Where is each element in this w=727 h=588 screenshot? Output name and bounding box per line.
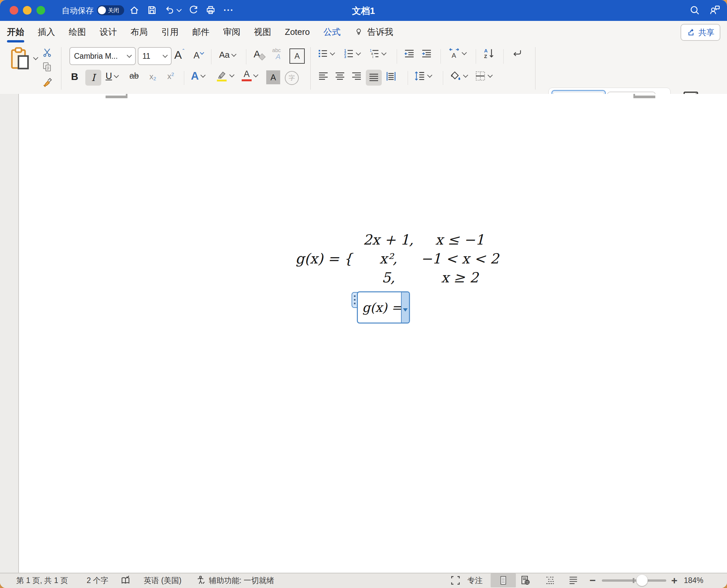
text-direction-chevron-icon[interactable] (462, 50, 467, 56)
spellcheck-status[interactable] (120, 573, 131, 587)
underline-chevron-icon[interactable] (113, 73, 119, 78)
superscript-button[interactable]: x2 (167, 72, 174, 81)
multilevel-list-chevron-icon[interactable] (381, 50, 387, 56)
italic-button[interactable]: I (85, 70, 101, 86)
font-color-button[interactable]: A (242, 70, 257, 81)
tab-zotero[interactable]: Zotero (285, 27, 310, 37)
bullet-list-button[interactable] (318, 48, 334, 59)
paragraph-return-button[interactable] (511, 48, 522, 59)
justify-button[interactable] (366, 70, 382, 86)
tab-insert[interactable]: 插入 (38, 26, 55, 38)
tab-equation[interactable]: 公式 (323, 26, 340, 38)
tab-layout[interactable]: 布局 (130, 26, 148, 38)
zoom-slider[interactable] (602, 573, 666, 587)
zoom-in-button[interactable]: + (671, 573, 678, 587)
autosave-state: 关闭 (108, 7, 119, 14)
copy-button[interactable] (42, 62, 53, 72)
tab-references[interactable]: 引用 (161, 26, 179, 38)
borders-button[interactable] (475, 70, 492, 82)
shrink-font-button[interactable]: A (193, 50, 204, 61)
view-draft-button[interactable] (568, 573, 578, 587)
decrease-indent-button[interactable] (404, 48, 415, 59)
more-commands-icon[interactable] (223, 5, 234, 16)
borders-chevron-icon[interactable] (487, 73, 493, 78)
tab-design[interactable]: 设计 (100, 26, 117, 38)
increase-indent-button[interactable] (421, 48, 432, 59)
tab-review[interactable]: 审阅 (223, 26, 240, 38)
grow-font-button[interactable]: Aˆ (174, 48, 184, 61)
equation-control-dropdown[interactable] (401, 292, 409, 322)
redo-icon[interactable] (188, 5, 199, 16)
view-print-layout-button[interactable] (491, 573, 516, 587)
language-indicator[interactable]: 英语 (美国) (144, 573, 182, 587)
zoom-percentage[interactable]: 184% (684, 573, 703, 587)
print-icon[interactable] (205, 5, 216, 16)
numbered-list-chevron-icon[interactable] (356, 50, 361, 56)
font-size-select[interactable]: 11 (138, 47, 172, 65)
view-web-layout-button[interactable] (520, 573, 531, 587)
share-button[interactable]: 共享 (681, 24, 720, 41)
font-name-select[interactable]: Cambria M... (69, 47, 136, 65)
align-center-button[interactable] (335, 71, 345, 82)
zoom-slider-track[interactable] (602, 580, 666, 582)
document-canvas[interactable]: g(x) = { 2x + 1, x ≤ −1 x², −1 < x < 2 5… (0, 94, 727, 573)
numbered-list-button[interactable]: 123 (344, 48, 360, 59)
distribute-text-button[interactable] (386, 71, 396, 82)
equation-content-control[interactable]: g(x) = (357, 291, 410, 323)
accessibility-status[interactable] (196, 573, 206, 587)
tab-draw[interactable]: 绘图 (69, 26, 86, 38)
subscript-button[interactable]: x2 (149, 72, 156, 81)
line-spacing-button[interactable] (414, 70, 432, 82)
strikethrough-button[interactable]: ab (129, 71, 139, 81)
character-shading-button[interactable]: A (266, 70, 280, 84)
paste-button[interactable] (10, 46, 38, 70)
phonetic-guide-button[interactable]: abc A (272, 48, 281, 60)
shading-fill-button[interactable] (450, 70, 468, 82)
home-icon[interactable] (129, 5, 140, 16)
text-effects-button[interactable]: A (191, 70, 205, 82)
share-contact-icon[interactable] (709, 5, 721, 16)
undo-icon[interactable] (164, 5, 175, 16)
tab-mailings[interactable]: 邮件 (192, 26, 209, 38)
align-right-button[interactable] (351, 71, 362, 82)
change-case-button[interactable]: Aa (219, 50, 236, 60)
focus-mode-button[interactable] (450, 573, 461, 587)
line-spacing-chevron-icon[interactable] (427, 73, 433, 78)
tab-tell-me[interactable]: 告诉我 (354, 26, 393, 38)
save-icon[interactable] (146, 5, 157, 16)
clear-formatting-button[interactable]: A (254, 48, 265, 60)
text-direction-button[interactable]: A (448, 48, 466, 59)
zoom-out-button[interactable]: − (589, 573, 596, 587)
format-painter-button[interactable] (42, 76, 53, 88)
bold-button[interactable]: B (71, 71, 78, 82)
multilevel-list-button[interactable]: 1ai (369, 48, 386, 59)
tab-home[interactable]: 开始 (7, 26, 24, 38)
page-indicator[interactable]: 第 1 页, 共 1 页 (16, 573, 68, 587)
autosave-toggle[interactable]: 关闭 (97, 5, 124, 15)
zoom-window-button[interactable] (37, 6, 45, 15)
close-window-button[interactable] (9, 6, 18, 15)
highlight-chevron-icon[interactable] (229, 72, 235, 78)
align-left-button[interactable] (318, 71, 329, 82)
word-count[interactable]: 2 个字 (87, 573, 108, 587)
undo-dropdown-chevron-icon[interactable] (176, 7, 182, 12)
tab-view[interactable]: 视图 (254, 26, 271, 38)
cut-button[interactable] (42, 47, 53, 58)
equation-control-body[interactable]: g(x) = (357, 291, 410, 323)
piecewise-equation[interactable]: g(x) = { 2x + 1, x ≤ −1 x², −1 < x < 2 5… (295, 230, 501, 287)
enclose-characters-button[interactable]: 字 (285, 71, 299, 85)
highlight-button[interactable] (216, 70, 234, 82)
text-effects-chevron-icon[interactable] (201, 73, 206, 78)
font-color-chevron-icon[interactable] (253, 72, 258, 77)
underline-button[interactable]: U (106, 71, 118, 81)
shading-fill-chevron-icon[interactable] (463, 73, 469, 78)
minimize-window-button[interactable] (23, 6, 32, 15)
zoom-slider-knob[interactable] (636, 575, 648, 586)
search-icon[interactable] (689, 5, 701, 16)
bullet-list-chevron-icon[interactable] (330, 50, 335, 56)
view-outline-button[interactable] (545, 573, 555, 587)
focus-mode-label[interactable]: 专注 (468, 573, 483, 587)
character-border-button[interactable]: A (289, 48, 305, 64)
paste-dropdown-chevron-icon[interactable] (33, 55, 39, 60)
sort-button[interactable]: AZ (483, 48, 494, 59)
